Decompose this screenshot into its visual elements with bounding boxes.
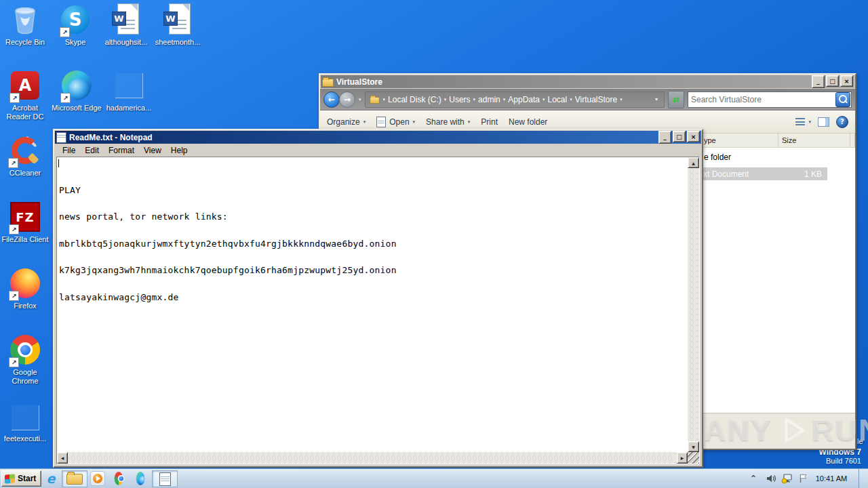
- shortcut-arrow-icon: ↗: [9, 93, 20, 103]
- breadcrumb-item-admin[interactable]: admin▾: [478, 95, 505, 104]
- show-desktop-button[interactable]: [859, 469, 868, 488]
- notepad-window: ReadMe.txt - Notepad _ □ × File Edit For…: [53, 129, 703, 468]
- tray-expand-chevron[interactable]: ^: [747, 469, 760, 488]
- folder-icon: [322, 79, 334, 87]
- acrobat-icon: A ↗: [11, 69, 39, 102]
- horizontal-scrollbar[interactable]: ◀ ▶: [57, 452, 688, 464]
- share-with-button[interactable]: Share with▾: [426, 117, 470, 127]
- views-icon: [795, 118, 805, 125]
- close-button[interactable]: ×: [840, 75, 853, 87]
- folder-icon: [66, 474, 83, 485]
- desktop-icon-skype[interactable]: S ↗ Skype: [52, 3, 99, 47]
- desktop-icon-ccleaner[interactable]: ↗ CCleaner: [0, 134, 50, 178]
- desktop-icon-label: Acrobat Reader DC: [4, 104, 46, 121]
- explorer-titlebar[interactable]: VirtualStore _ □ ×: [321, 75, 854, 88]
- menu-format[interactable]: Format: [104, 146, 139, 155]
- nav-history-dropdown-icon[interactable]: ▾: [359, 97, 361, 102]
- recycle-bin-icon: [12, 3, 39, 36]
- breadcrumb-item-virtualstore[interactable]: VirtualStore▾: [575, 95, 623, 104]
- notepad-titlebar[interactable]: ReadMe.txt - Notepad _ □ ×: [55, 131, 701, 144]
- word-document-icon: W: [162, 3, 193, 36]
- minimize-button[interactable]: _: [812, 75, 825, 88]
- open-button[interactable]: Open▾: [376, 117, 415, 127]
- desktop-icon-althoughsit[interactable]: W althoughsit...: [100, 3, 152, 47]
- menu-file[interactable]: File: [58, 146, 80, 155]
- breadcrumb-item-users[interactable]: Users▾: [449, 95, 475, 104]
- maximize-button[interactable]: □: [826, 75, 839, 87]
- generic-file-icon: [115, 69, 143, 102]
- print-button[interactable]: Print: [481, 117, 498, 127]
- note-line: PLAY: [59, 186, 688, 195]
- search-input[interactable]: [690, 94, 835, 105]
- forward-button[interactable]: →: [339, 92, 355, 108]
- menu-help[interactable]: Help: [166, 146, 193, 155]
- notepad-text-area[interactable]: PLAY news portal, tor network links: mbr…: [57, 157, 688, 452]
- network-status-icon[interactable]: [780, 469, 795, 488]
- desktop-icon-firefox[interactable]: ↗ Firefox: [0, 267, 50, 310]
- taskbar-button-explorer[interactable]: [62, 470, 87, 487]
- column-header-size[interactable]: Size: [778, 134, 850, 147]
- desktop-icon-feetexecuti[interactable]: feetexecuti...: [0, 403, 50, 443]
- organize-button[interactable]: Organize▾: [327, 117, 366, 127]
- back-button[interactable]: ←: [323, 92, 340, 108]
- chrome-icon: [115, 472, 123, 485]
- breadcrumb-item-local[interactable]: Local▾: [548, 95, 572, 104]
- edge-icon: ↗: [62, 69, 92, 102]
- breadcrumb-item-appdata[interactable]: AppData▾: [508, 95, 545, 104]
- refresh-button[interactable]: ⇄: [668, 91, 684, 108]
- file-row-type-folder[interactable]: e folder: [704, 152, 731, 162]
- menu-view[interactable]: View: [139, 146, 166, 155]
- start-button[interactable]: Start: [1, 470, 41, 487]
- breadcrumb[interactable]: ▾ Local Disk (C:)▾ Users▾ admin▾ AppData…: [365, 92, 665, 108]
- column-header-empty[interactable]: [846, 134, 855, 147]
- desktop-icon-sheetmonth[interactable]: W sheetmonth...: [152, 3, 203, 47]
- search-icon[interactable]: [835, 92, 850, 107]
- change-view-button[interactable]: ▾: [795, 118, 811, 125]
- taskbar-clock[interactable]: 10:41 AM: [812, 469, 850, 488]
- scroll-right-button[interactable]: ▶: [677, 452, 688, 464]
- new-folder-button[interactable]: New folder: [509, 117, 547, 127]
- desktop-icon-label: Skype: [65, 38, 86, 47]
- taskbar-icon-edge[interactable]: [131, 470, 150, 486]
- taskbar-icon-chrome[interactable]: [109, 470, 128, 486]
- taskbar-icon-internet-explorer[interactable]: e: [42, 470, 60, 486]
- text-caret: [58, 159, 59, 167]
- vertical-scrollbar[interactable]: ▲ ▼: [688, 157, 699, 452]
- action-center-flag-icon[interactable]: [796, 469, 811, 488]
- help-icon[interactable]: ?: [836, 116, 848, 128]
- scroll-up-button[interactable]: ▲: [688, 157, 699, 168]
- menu-edit[interactable]: Edit: [80, 146, 104, 155]
- note-line: k7kg3jqxang3wh7hnmaiokchk7qoebupfgoik6rh…: [59, 266, 688, 274]
- partial-desktop-label: le: [857, 437, 863, 445]
- minimize-button[interactable]: _: [658, 131, 671, 144]
- desktop-icon-filezilla[interactable]: FZ ↗ FileZilla Client: [0, 201, 50, 244]
- scroll-left-button[interactable]: ◀: [57, 452, 68, 464]
- search-box: [688, 92, 852, 108]
- desktop-icon-recycle-bin[interactable]: Recycle Bin: [0, 3, 50, 47]
- desktop-icon-acrobat[interactable]: A ↗ Acrobat Reader DC: [0, 69, 50, 121]
- desktop-icon-label: CCleaner: [9, 169, 41, 178]
- close-button[interactable]: ×: [687, 131, 700, 142]
- preview-pane-icon[interactable]: [818, 117, 829, 127]
- scroll-down-button[interactable]: ▼: [688, 441, 699, 452]
- skype-icon: S ↗: [61, 3, 90, 36]
- explorer-title: VirtualStore: [336, 77, 382, 87]
- desktop-icon-label: Firefox: [14, 302, 37, 310]
- desktop-icon-label: Recycle Bin: [5, 38, 45, 47]
- taskbar-button-notepad[interactable]: [152, 470, 178, 487]
- taskbar: Start e ^: [0, 468, 868, 488]
- breadcrumb-item-drive[interactable]: Local Disk (C:)▾: [388, 95, 446, 104]
- desktop-icon-chrome[interactable]: ↗ Google Chrome: [0, 333, 50, 386]
- taskbar-icon-media-player[interactable]: [89, 470, 106, 486]
- address-dropdown-icon[interactable]: ▾: [652, 96, 660, 102]
- generic-file-icon: [12, 403, 39, 432]
- maximize-button[interactable]: □: [673, 131, 686, 142]
- note-line: mbrlkbtq5jonaqkurjwmxftytyn2ethqvbxfu4rg…: [59, 239, 688, 248]
- notepad-file-icon: [376, 117, 386, 127]
- volume-icon[interactable]: [764, 469, 778, 488]
- resize-grip[interactable]: [688, 452, 699, 464]
- desktop-icon-edge[interactable]: ↗ Microsoft Edge: [47, 69, 106, 113]
- desktop-icon-hadamerica[interactable]: hadamerica...: [102, 69, 156, 113]
- desktop-icon-label: feetexecuti...: [4, 434, 46, 443]
- shortcut-arrow-icon: ↗: [9, 291, 19, 301]
